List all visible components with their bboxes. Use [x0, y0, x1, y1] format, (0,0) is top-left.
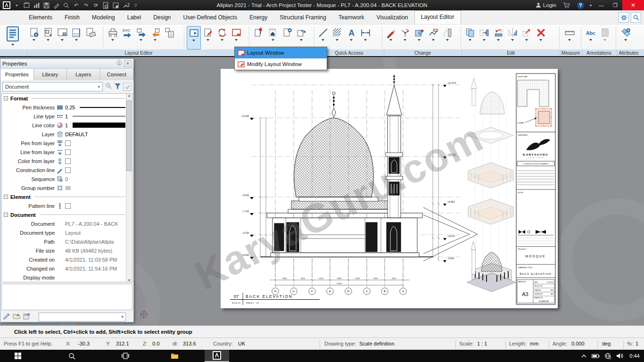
property-row[interactable]: Line type1 — [2, 112, 132, 121]
tab-user-defined-objects[interactable]: User-Defined Objects — [177, 11, 243, 24]
tab-visualization[interactable]: Visualization — [371, 11, 414, 24]
checkbox[interactable] — [65, 140, 71, 146]
transfer-document-button[interactable] — [294, 26, 308, 49]
menu-item-layout-window[interactable]: Layout Window — [235, 47, 327, 58]
property-row[interactable]: Sequence0 — [2, 174, 132, 183]
tab-structural-framing[interactable]: Structural Framing — [273, 11, 332, 24]
scrollbar-thumb[interactable] — [126, 100, 132, 171]
layout-window-menu-button[interactable] — [229, 26, 243, 49]
import-layout-button[interactable] — [148, 26, 162, 49]
apply-check-icon[interactable] — [123, 82, 132, 91]
export-exc-button[interactable]: EXC — [120, 26, 134, 49]
taskbar-search-button[interactable] — [60, 350, 83, 362]
tab-layers[interactable]: Layers — [67, 69, 100, 80]
tab-energy[interactable]: Energy — [243, 11, 273, 24]
chart-icon[interactable] — [33, 2, 40, 9]
restore-button[interactable]: ❐ — [608, 0, 622, 10]
tab-library[interactable]: Library — [34, 69, 67, 80]
minimize-button[interactable]: — — [594, 0, 608, 10]
network-globe-icon[interactable] — [602, 350, 614, 362]
tab-connect[interactable]: Connect — [100, 69, 134, 80]
section-document[interactable]: −Document — [2, 210, 132, 219]
drawing-type-value[interactable]: Scale definition — [359, 341, 395, 346]
page-setup-button[interactable] — [55, 26, 69, 49]
edit-node-button[interactable] — [398, 26, 412, 49]
modify-format-button[interactable] — [412, 26, 426, 49]
zoom-to-icon[interactable] — [105, 82, 112, 91]
export-layout-button[interactable] — [134, 26, 148, 49]
tab-properties[interactable]: Properties — [0, 69, 34, 80]
property-row[interactable]: DocumentPL7 - A.200.04 - BACK — [2, 219, 132, 228]
login-button[interactable]: Login — [533, 0, 559, 10]
speaker-icon[interactable] — [614, 350, 626, 362]
assign-attributes-button[interactable] — [619, 26, 633, 49]
layout-sheet[interactable]: +27.670 +16.310 +8.400 +4.070 -0.040 +11… — [221, 69, 558, 308]
property-row[interactable]: Pen thickness0.25 — [2, 103, 132, 112]
tab-teamwork[interactable]: Teamwork — [332, 11, 371, 24]
eyedropper-icon[interactable] — [3, 313, 10, 321]
load-favorite-icon[interactable] — [13, 313, 21, 321]
checkbox[interactable] — [65, 158, 71, 164]
help-caret-icon[interactable]: ▾ — [587, 0, 594, 10]
battery-icon[interactable] — [589, 350, 602, 362]
cube-icon[interactable] — [23, 2, 30, 9]
title-block-button[interactable] — [69, 26, 83, 49]
property-row[interactable]: Display mode — [2, 273, 132, 282]
tab-elements[interactable]: Elements — [23, 11, 58, 24]
tab-label[interactable]: Label — [121, 11, 147, 24]
edit-pencil-button[interactable] — [384, 26, 398, 49]
filter-funnel-icon[interactable] — [114, 82, 121, 91]
tab-finish[interactable]: Finish — [58, 11, 86, 24]
stretch-entities-button[interactable] — [426, 26, 440, 49]
percent-value[interactable]: 1 — [636, 341, 638, 346]
move-button[interactable] — [477, 26, 491, 49]
tab-modeling[interactable]: Modeling — [86, 11, 121, 24]
tab-design[interactable]: Design — [147, 11, 177, 24]
property-row[interactable]: Pen from layer — [2, 139, 132, 148]
redo-icon[interactable]: ↷ — [83, 2, 90, 9]
menu-item-modify-layout-window[interactable]: Modify Layout Window — [235, 58, 327, 70]
new-layout-button[interactable] — [27, 26, 41, 49]
section-format[interactable]: −Format — [2, 94, 132, 103]
property-row[interactable]: File size48 KB (49482 bytes) — [2, 246, 132, 255]
measure-ruler-button[interactable] — [562, 26, 577, 49]
hatch-tool-button[interactable] — [330, 26, 344, 49]
property-row[interactable]: Line color1 — [2, 121, 132, 130]
wrench-icon[interactable] — [122, 2, 129, 9]
property-row[interactable]: Pattern line — [2, 201, 132, 210]
country-value[interactable]: UK — [238, 341, 245, 346]
checkbox[interactable] — [65, 203, 71, 209]
modify-page-button[interactable] — [201, 26, 215, 49]
checkbox[interactable] — [65, 149, 71, 155]
task-view-button[interactable] — [114, 350, 137, 362]
layout-window-tool-button[interactable] — [187, 26, 201, 49]
abc-text-button[interactable]: Abc — [584, 26, 598, 49]
angle-unit-value[interactable]: deg — [602, 341, 611, 346]
close-button[interactable]: ✕ — [622, 0, 644, 10]
toolbar-overflow-icon[interactable]: ▽ — [132, 2, 139, 9]
refresh-icon[interactable]: ⟳ — [92, 2, 99, 9]
pin-icon[interactable] — [116, 59, 123, 68]
help-icon[interactable]: ? — [573, 0, 587, 10]
clipboard-pin-button[interactable] — [252, 26, 266, 49]
property-row[interactable]: Construction line — [2, 165, 132, 174]
save-icon[interactable] — [43, 2, 50, 9]
dimension-tool-button[interactable] — [358, 26, 372, 49]
property-row[interactable]: Line from layer — [2, 148, 132, 156]
tab-layout-editor[interactable]: Layout Editor — [414, 10, 461, 24]
checkbox[interactable] — [65, 167, 71, 173]
drawing-file-button[interactable] — [4, 26, 22, 50]
door-tool-button[interactable] — [440, 26, 454, 49]
search-button[interactable] — [631, 12, 641, 23]
copy-button[interactable] — [463, 26, 477, 49]
titlebar-caret-icon[interactable]: ▾ — [13, 2, 20, 9]
property-row[interactable]: Created on4/1/2021, 11:03:58 PM — [2, 255, 132, 264]
property-row[interactable]: Color from layer — [2, 156, 132, 165]
length-unit-value[interactable]: mm — [530, 341, 538, 346]
file-explorer-button[interactable] — [163, 350, 186, 362]
delete-button[interactable] — [534, 26, 548, 49]
update-layout-button[interactable] — [215, 26, 229, 49]
taskbar-allplan-button[interactable]: Λ — [205, 350, 229, 362]
copy-document-button[interactable] — [162, 26, 176, 49]
settings-gear-button[interactable] — [619, 12, 629, 23]
